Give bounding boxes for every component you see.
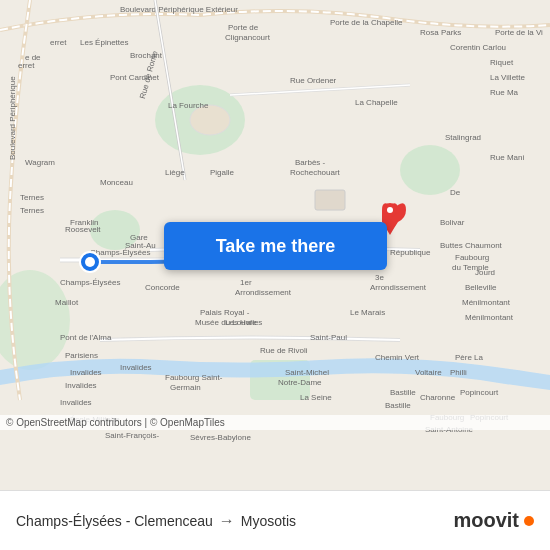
svg-text:Faubourg Saint-: Faubourg Saint- — [165, 373, 223, 382]
svg-text:Saint-Michel: Saint-Michel — [285, 368, 329, 377]
svg-text:Popincourt: Popincourt — [460, 388, 499, 397]
svg-text:1er: 1er — [240, 278, 252, 287]
svg-text:Musée du Louvre: Musée du Louvre — [195, 318, 257, 327]
map-container: Boulevard Périphérique Extérieur Rue Ord… — [0, 0, 550, 490]
svg-text:Rue Mani: Rue Mani — [490, 153, 524, 162]
svg-text:Invalides: Invalides — [60, 398, 92, 407]
svg-text:Roosevelt: Roosevelt — [65, 225, 101, 234]
svg-text:Buttes Chaumont: Buttes Chaumont — [440, 241, 503, 250]
svg-text:Rochechouart: Rochechouart — [290, 168, 341, 177]
svg-text:Notre-Dame: Notre-Dame — [278, 378, 322, 387]
svg-text:Monceau: Monceau — [100, 178, 133, 187]
svg-text:Porte de la Chapelle: Porte de la Chapelle — [330, 18, 403, 27]
route-info: Champs-Élysées - Clemenceau → Myosotis — [16, 512, 453, 530]
svg-text:Bastille: Bastille — [385, 401, 411, 410]
svg-text:Ternes: Ternes — [20, 193, 44, 202]
origin-label: Champs-Élysées - Clemenceau — [16, 513, 213, 529]
svg-text:Champs-Élysées: Champs-Élysées — [60, 278, 120, 287]
svg-text:La Villette: La Villette — [490, 73, 526, 82]
destination-label: Myosotis — [241, 513, 296, 529]
svg-text:La Fourche: La Fourche — [168, 101, 209, 110]
svg-text:Boulevard Périphérique Extérie: Boulevard Périphérique Extérieur — [120, 5, 238, 14]
svg-rect-12 — [315, 190, 345, 210]
svg-point-99 — [85, 257, 95, 267]
direction-arrow-icon: → — [219, 512, 235, 530]
svg-text:Voltaire: Voltaire — [415, 368, 442, 377]
svg-point-101 — [387, 207, 393, 213]
svg-text:Invalides: Invalides — [65, 381, 97, 390]
svg-text:Porte de la Vi: Porte de la Vi — [495, 28, 543, 37]
moovit-logo: moovit — [453, 509, 534, 532]
svg-text:Père La: Père La — [455, 353, 484, 362]
svg-text:Parisiens: Parisiens — [65, 351, 98, 360]
svg-text:Liège: Liège — [165, 168, 185, 177]
svg-text:Germain: Germain — [170, 383, 201, 392]
svg-text:Pigalle: Pigalle — [210, 168, 235, 177]
svg-text:Riquet: Riquet — [490, 58, 514, 67]
svg-text:Saint-Paul: Saint-Paul — [310, 333, 347, 342]
svg-text:Saint-Au: Saint-Au — [125, 241, 156, 250]
svg-text:La Chapelle: La Chapelle — [355, 98, 398, 107]
moovit-brand-text: moovit — [453, 509, 519, 532]
svg-text:De: De — [450, 188, 461, 197]
svg-text:Clignancourt: Clignancourt — [225, 33, 271, 42]
svg-text:Rue de Rivoli: Rue de Rivoli — [260, 346, 308, 355]
svg-text:Bolivar: Bolivar — [440, 218, 465, 227]
svg-text:erret: erret — [18, 61, 35, 70]
svg-text:Pont de l'Alma: Pont de l'Alma — [60, 333, 112, 342]
svg-text:Charonne: Charonne — [420, 393, 456, 402]
svg-text:Chemin Vert: Chemin Vert — [375, 353, 420, 362]
svg-text:Rue Ordener: Rue Ordener — [290, 76, 337, 85]
svg-text:Concorde: Concorde — [145, 283, 180, 292]
svg-text:Corentin Carlou: Corentin Carlou — [450, 43, 506, 52]
svg-text:Le Marais: Le Marais — [350, 308, 385, 317]
svg-text:erret: erret — [50, 38, 67, 47]
svg-text:Boulevard Périphérique: Boulevard Périphérique — [8, 76, 17, 160]
svg-text:Rosa Parks: Rosa Parks — [420, 28, 461, 37]
svg-text:Stalingrad: Stalingrad — [445, 133, 481, 142]
svg-text:Bastille: Bastille — [390, 388, 416, 397]
svg-text:Ternes: Ternes — [20, 206, 44, 215]
svg-text:Les Épinettes: Les Épinettes — [80, 38, 128, 47]
svg-text:La Seine: La Seine — [300, 393, 332, 402]
svg-text:Belleville: Belleville — [465, 283, 497, 292]
svg-text:Barbès -: Barbès - — [295, 158, 326, 167]
svg-text:3e: 3e — [375, 273, 384, 282]
svg-text:Ménilmontant: Ménilmontant — [465, 313, 514, 322]
map-attribution: © OpenStreetMap contributors | © OpenMap… — [0, 415, 550, 430]
origin-destination: Champs-Élysées - Clemenceau → Myosotis — [16, 512, 296, 530]
svg-text:Arrondissement: Arrondissement — [370, 283, 427, 292]
svg-text:République: République — [390, 248, 431, 257]
svg-text:Brochant: Brochant — [130, 51, 163, 60]
svg-text:Invalides: Invalides — [70, 368, 102, 377]
svg-text:Rue Ma: Rue Ma — [490, 88, 519, 97]
svg-text:Maillot: Maillot — [55, 298, 79, 307]
svg-text:Saint-François-: Saint-François- — [105, 431, 160, 440]
svg-text:Pont Cardinet: Pont Cardinet — [110, 73, 160, 82]
moovit-dot-icon — [524, 516, 534, 526]
svg-text:Faubourg: Faubourg — [455, 253, 489, 262]
svg-text:Porte de: Porte de — [228, 23, 259, 32]
svg-text:Arrondissement: Arrondissement — [235, 288, 292, 297]
svg-text:Wagram: Wagram — [25, 158, 55, 167]
svg-text:Ménilmontant: Ménilmontant — [462, 298, 511, 307]
svg-text:Palais Royal -: Palais Royal - — [200, 308, 250, 317]
svg-text:Sèvres-Babylone: Sèvres-Babylone — [190, 433, 251, 442]
svg-text:Jourd: Jourd — [475, 268, 495, 277]
svg-text:Philli: Philli — [450, 368, 467, 377]
svg-text:Invalides: Invalides — [120, 363, 152, 372]
bottom-bar: Champs-Élysées - Clemenceau → Myosotis m… — [0, 490, 550, 550]
take-me-there-button[interactable]: Take me there — [164, 222, 387, 270]
